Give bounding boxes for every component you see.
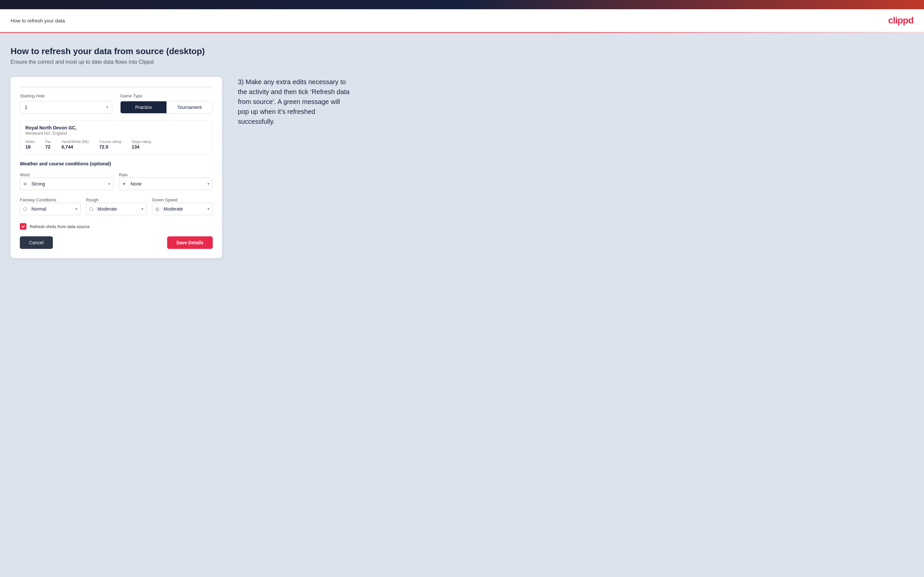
rain-label: Rain <box>119 172 128 177</box>
starting-hole-label: Starting Hole <box>20 93 112 98</box>
top-bar <box>0 0 924 9</box>
yards-value: 6,744 <box>61 144 89 150</box>
wind-icon: ≋ <box>23 181 27 187</box>
holes-stat: Holes 18 <box>26 140 35 150</box>
yards-stat: Yards/White (M)) 6,744 <box>61 140 89 150</box>
course-rating-value: 72.5 <box>99 144 121 150</box>
cancel-button[interactable]: Cancel <box>20 236 53 249</box>
form-card: Starting Hole 1 ▾ Game Type Practice Tou… <box>11 77 222 258</box>
rain-group: Rain ✦ None ▾ <box>119 172 213 190</box>
fairway-group: Fairway Conditions ⬡ Normal ▾ <box>20 197 81 215</box>
green-speed-label: Green Speed <box>152 197 178 202</box>
rough-label: Rough <box>86 197 99 202</box>
slope-rating-value: 134 <box>132 144 151 150</box>
course-info-box: Royal North Devon GC, Westward Ho!, Engl… <box>20 120 213 155</box>
header: How to refresh your data clippd <box>0 9 924 32</box>
rain-icon: ✦ <box>122 181 126 187</box>
slope-rating-stat: Slope rating 134 <box>132 140 151 150</box>
par-value: 72 <box>45 144 51 150</box>
game-type-toggle: Practice Tournament <box>120 101 213 114</box>
fairway-label: Fairway Conditions <box>20 197 57 202</box>
green-speed-icon: ◎ <box>155 206 159 211</box>
starting-hole-group: Starting Hole 1 ▾ <box>20 93 112 114</box>
wind-label: Wind <box>20 172 30 177</box>
rough-group: Rough ⬡ Moderate ▾ <box>86 197 147 215</box>
green-speed-select[interactable]: Moderate <box>152 203 213 215</box>
holes-label: Holes <box>26 140 35 143</box>
breadcrumb: How to refresh your data <box>11 18 65 23</box>
course-location: Westward Ho!, England <box>26 131 207 136</box>
save-button[interactable]: Save Details <box>167 236 213 249</box>
wind-group: Wind ≋ Strong ▾ <box>20 172 114 190</box>
fairway-select[interactable]: Normal <box>20 203 81 215</box>
rain-select[interactable]: None <box>119 177 213 190</box>
tournament-button[interactable]: Tournament <box>166 102 212 113</box>
course-name: Royal North Devon GC, <box>26 125 207 131</box>
logo: clippd <box>888 15 913 26</box>
rough-select[interactable]: Moderate <box>86 203 147 215</box>
rough-icon: ⬡ <box>89 206 93 211</box>
page-subtitle: Ensure the correct and most up to date d… <box>11 59 913 65</box>
side-text-content: 3) Make any extra edits necessary to the… <box>238 77 350 126</box>
holes-value: 18 <box>26 144 35 150</box>
refresh-checkbox-label: Refresh shots from data source <box>30 224 89 229</box>
par-label: Par <box>45 140 51 143</box>
slope-rating-label: Slope rating <box>132 140 151 143</box>
course-rating-stat: Course rating 72.5 <box>99 140 121 150</box>
side-text: 3) Make any extra edits necessary to the… <box>238 77 350 126</box>
green-speed-group: Green Speed ◎ Moderate ▾ <box>152 197 213 215</box>
yards-label: Yards/White (M)) <box>61 140 89 143</box>
game-type-label: Game Type <box>120 93 213 98</box>
practice-button[interactable]: Practice <box>121 102 166 113</box>
page-title: How to refresh your data from source (de… <box>11 46 913 56</box>
par-stat: Par 72 <box>45 140 51 150</box>
main-content: How to refresh your data from source (de… <box>0 33 924 577</box>
refresh-checkbox[interactable] <box>20 223 26 230</box>
starting-hole-select[interactable]: 1 <box>20 101 112 114</box>
form-actions: Cancel Save Details <box>20 236 213 249</box>
course-rating-label: Course rating <box>99 140 121 143</box>
game-type-group: Game Type Practice Tournament <box>120 93 213 114</box>
conditions-title: Weather and course conditions (optional) <box>20 161 213 166</box>
fairway-icon: ⬡ <box>23 206 27 211</box>
wind-select[interactable]: Strong <box>20 177 114 190</box>
